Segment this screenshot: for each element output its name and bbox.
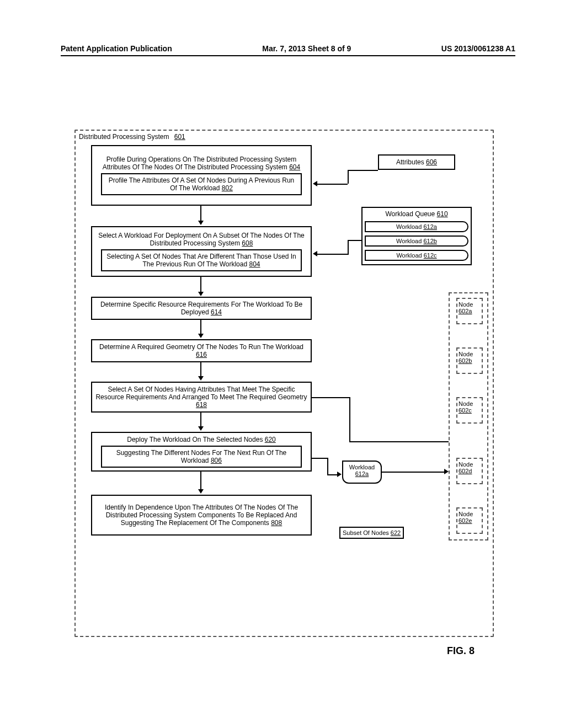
attributes-box: Attributes 606 [378, 154, 455, 170]
header-center: Mar. 7, 2013 Sheet 8 of 9 [262, 44, 351, 53]
box-806: Suggesting The Different Nodes For The N… [101, 446, 302, 468]
box-614: Determine Specific Resource Requirements… [91, 297, 312, 320]
box-802: Profile The Attributes Of A Set Of Nodes… [101, 173, 302, 195]
node-c: Node602c [456, 397, 483, 424]
system-label: Distributed Processing System 601 [79, 133, 185, 141]
box-604: Profile During Operations On The Distrib… [91, 145, 312, 206]
diagram: Distributed Processing System 601 Profil… [74, 130, 494, 637]
header-right: US 2013/0061238 A1 [441, 44, 515, 53]
queue-item: Workload 612c [365, 250, 468, 261]
node-a: Node602a [456, 298, 483, 324]
node-b: Node602b [456, 347, 483, 374]
header-left: Patent Application Publication [61, 44, 172, 53]
page-header: Patent Application Publication Mar. 7, 2… [61, 44, 515, 56]
box-618: Select A Set Of Nodes Having Attributes … [91, 382, 312, 413]
figure-label: FIG. 8 [447, 645, 475, 657]
workload-parallelogram: Workload 612a [342, 461, 382, 484]
box-608: Select A Workload For Deployment On A Su… [91, 226, 312, 277]
box-804: Selecting A Set Of Nodes That Are Differ… [101, 249, 302, 271]
queue-item: Workload 612b [365, 235, 468, 247]
node-d: Node602d [456, 458, 483, 484]
subset-box: Subset Of Nodes 622 [339, 527, 404, 539]
box-808: Identify In Dependence Upon The Attribut… [91, 495, 312, 536]
workload-queue: Workload Queue 610 Workload 612a Workloa… [361, 207, 472, 265]
box-620: Deploy The Workload On The Selected Node… [91, 432, 312, 472]
node-e: Node602e [456, 507, 483, 534]
box-616: Determine A Required Geometry Of The Nod… [91, 339, 312, 362]
queue-item: Workload 612a [365, 221, 468, 232]
